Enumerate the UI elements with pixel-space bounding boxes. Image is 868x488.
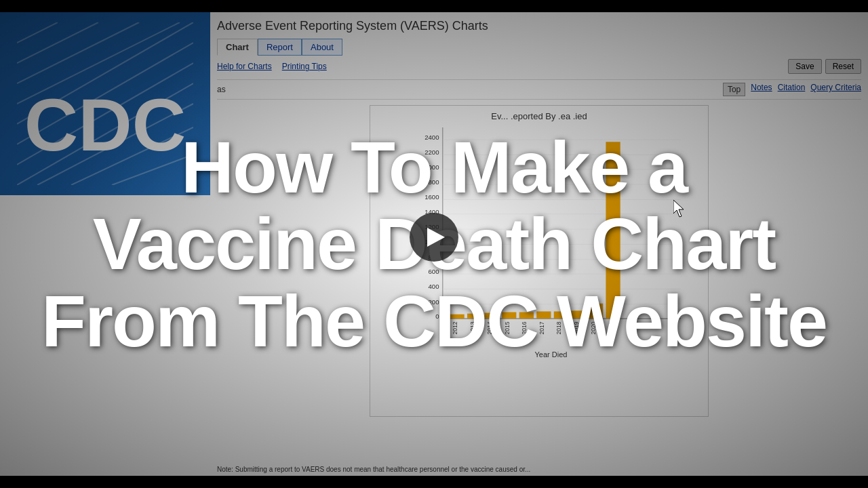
top-link[interactable]: Top bbox=[723, 83, 745, 96]
bar-2019 bbox=[571, 310, 585, 319]
save-button[interactable]: Save bbox=[788, 59, 821, 74]
bar-2016 bbox=[519, 312, 534, 319]
bar-2017 bbox=[536, 311, 551, 319]
tab-report[interactable]: Report bbox=[258, 39, 302, 56]
svg-text:2021: 2021 bbox=[608, 321, 614, 334]
svg-text:2013: 2013 bbox=[469, 321, 476, 334]
website-content: Adverse Event Reporting System (VAERS) C… bbox=[210, 12, 868, 476]
chart-title: Ev... .eported By .ea .ied bbox=[370, 106, 708, 124]
svg-text:600: 600 bbox=[429, 268, 439, 275]
page-title: Adverse Event Reporting System (VAERS) C… bbox=[217, 19, 861, 33]
bar-2013 bbox=[467, 314, 481, 319]
printing-tips-link[interactable]: Printing Tips bbox=[282, 62, 327, 71]
bar-2021 bbox=[606, 142, 620, 319]
y-axis-label: Events R... bbox=[383, 237, 391, 270]
x-axis-label: Year Died bbox=[408, 350, 694, 359]
cdc-logo-svg: CDC bbox=[17, 22, 193, 185]
nav-links: Top Notes Citation Query Criteria bbox=[723, 83, 861, 96]
svg-text:2000: 2000 bbox=[425, 163, 439, 171]
svg-text:2019: 2019 bbox=[573, 321, 580, 334]
svg-text:1600: 1600 bbox=[425, 193, 439, 201]
chart-note: Note: Submitting a report to VAERS does … bbox=[210, 463, 868, 476]
reset-button[interactable]: Reset bbox=[825, 59, 861, 74]
svg-text:2012: 2012 bbox=[452, 321, 458, 334]
chart-area: Ev... .eported By .ea .ied Events R... 0 bbox=[370, 105, 709, 417]
svg-text:2014: 2014 bbox=[486, 321, 493, 334]
bar-2020 bbox=[589, 304, 603, 319]
tab-about[interactable]: About bbox=[302, 39, 342, 56]
black-bar-top bbox=[0, 0, 868, 12]
chart-label-left: as bbox=[217, 85, 226, 94]
cdc-logo-inner: CDC bbox=[17, 22, 193, 185]
svg-line-0 bbox=[17, 22, 58, 43]
cdc-logo-area: CDC bbox=[0, 12, 210, 195]
notes-link[interactable]: Notes bbox=[751, 83, 772, 96]
svg-text:2016: 2016 bbox=[521, 321, 528, 334]
bar-2018 bbox=[554, 311, 568, 319]
svg-text:2020: 2020 bbox=[591, 321, 597, 334]
svg-text:0: 0 bbox=[435, 312, 439, 320]
svg-text:200: 200 bbox=[429, 298, 439, 306]
help-charts-link[interactable]: Help for Charts bbox=[217, 62, 272, 71]
bar-2014 bbox=[485, 313, 499, 319]
svg-text:1800: 1800 bbox=[425, 178, 439, 186]
svg-line-2 bbox=[17, 22, 139, 83]
links-buttons-row: Help for Charts Printing Tips Save Reset bbox=[217, 59, 861, 74]
action-buttons: Save Reset bbox=[788, 59, 861, 74]
toolbar-row: as Top Notes Citation Query Criteria bbox=[217, 79, 861, 100]
svg-text:CDC: CDC bbox=[24, 83, 186, 166]
bar-2015 bbox=[502, 312, 516, 319]
svg-text:400: 400 bbox=[429, 283, 439, 290]
play-button[interactable] bbox=[410, 213, 458, 262]
svg-text:2018: 2018 bbox=[555, 321, 562, 334]
bar-2012 bbox=[450, 314, 464, 319]
svg-line-1 bbox=[17, 22, 98, 63]
svg-text:2400: 2400 bbox=[425, 134, 439, 141]
tab-chart[interactable]: Chart bbox=[217, 39, 258, 56]
svg-text:2015: 2015 bbox=[504, 321, 511, 334]
svg-text:2017: 2017 bbox=[538, 321, 545, 334]
play-icon bbox=[427, 228, 445, 247]
black-bar-bottom bbox=[0, 476, 868, 488]
query-criteria-link[interactable]: Query Criteria bbox=[810, 83, 861, 96]
video-container: CDC Adverse Event Reporting System (VAER… bbox=[0, 0, 868, 488]
help-links: Help for Charts Printing Tips bbox=[217, 62, 327, 71]
svg-text:2200: 2200 bbox=[425, 148, 439, 156]
tabs-row: Chart Report About bbox=[217, 39, 861, 56]
citation-link[interactable]: Citation bbox=[778, 83, 806, 96]
